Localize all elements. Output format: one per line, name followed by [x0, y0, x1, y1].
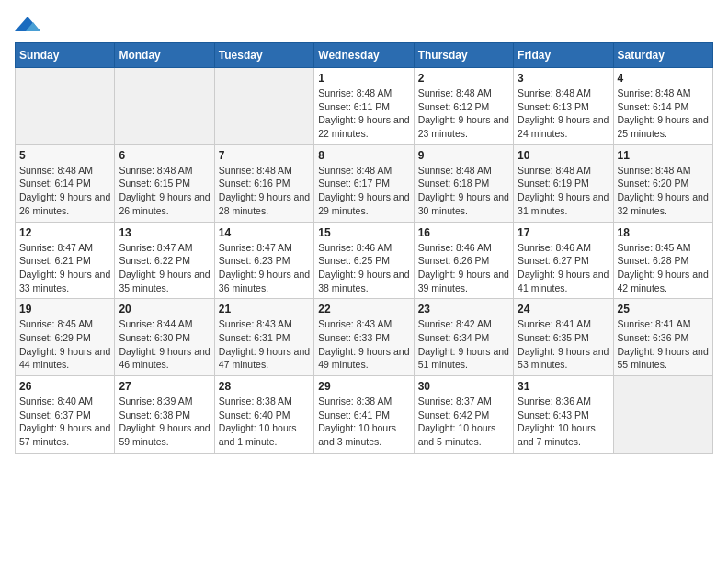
- day-number: 2: [418, 72, 509, 85]
- day-info: Sunrise: 8:48 AM Sunset: 6:19 PM Dayligh…: [518, 164, 609, 218]
- calendar-cell: 7 Sunrise: 8:48 AM Sunset: 6:16 PM Dayli…: [214, 144, 313, 222]
- day-info: Sunrise: 8:48 AM Sunset: 6:16 PM Dayligh…: [219, 164, 310, 218]
- day-info: Sunrise: 8:46 AM Sunset: 6:25 PM Dayligh…: [318, 241, 409, 295]
- calendar-cell: 15 Sunrise: 8:46 AM Sunset: 6:25 PM Dayl…: [314, 222, 414, 299]
- day-number: 13: [119, 226, 210, 239]
- day-info: Sunrise: 8:36 AM Sunset: 6:43 PM Dayligh…: [518, 395, 609, 449]
- day-number: 28: [219, 380, 310, 393]
- calendar-cell: 31 Sunrise: 8:36 AM Sunset: 6:43 PM Dayl…: [514, 376, 613, 454]
- weekday-header: Wednesday: [314, 43, 414, 68]
- day-number: 27: [119, 380, 210, 393]
- calendar-cell: 18 Sunrise: 8:45 AM Sunset: 6:28 PM Dayl…: [613, 222, 712, 299]
- calendar-week-row: 12 Sunrise: 8:47 AM Sunset: 6:21 PM Dayl…: [16, 222, 713, 299]
- day-info: Sunrise: 8:47 AM Sunset: 6:22 PM Dayligh…: [119, 241, 210, 295]
- calendar-week-row: 26 Sunrise: 8:40 AM Sunset: 6:37 PM Dayl…: [16, 376, 713, 454]
- day-info: Sunrise: 8:39 AM Sunset: 6:38 PM Dayligh…: [119, 395, 210, 449]
- day-number: 15: [318, 226, 409, 239]
- day-number: 30: [418, 380, 509, 393]
- day-info: Sunrise: 8:43 AM Sunset: 6:33 PM Dayligh…: [318, 317, 409, 372]
- day-number: 7: [219, 149, 310, 162]
- day-info: Sunrise: 8:41 AM Sunset: 6:35 PM Dayligh…: [518, 317, 609, 372]
- calendar-cell: 1 Sunrise: 8:48 AM Sunset: 6:11 PM Dayli…: [314, 68, 414, 145]
- calendar-cell: 12 Sunrise: 8:47 AM Sunset: 6:21 PM Dayl…: [16, 222, 115, 299]
- calendar-cell: 26 Sunrise: 8:40 AM Sunset: 6:37 PM Dayl…: [16, 376, 115, 454]
- day-number: 14: [219, 226, 310, 239]
- day-number: 6: [119, 149, 210, 162]
- day-info: Sunrise: 8:40 AM Sunset: 6:37 PM Dayligh…: [19, 395, 110, 449]
- day-info: Sunrise: 8:47 AM Sunset: 6:21 PM Dayligh…: [19, 241, 110, 295]
- day-info: Sunrise: 8:48 AM Sunset: 6:14 PM Dayligh…: [618, 86, 709, 141]
- calendar-cell: 25 Sunrise: 8:41 AM Sunset: 6:36 PM Dayl…: [613, 299, 712, 376]
- day-info: Sunrise: 8:38 AM Sunset: 6:40 PM Dayligh…: [219, 395, 310, 449]
- logo: [15, 15, 44, 35]
- calendar-week-row: 5 Sunrise: 8:48 AM Sunset: 6:14 PM Dayli…: [16, 144, 713, 222]
- weekday-header: Saturday: [613, 43, 712, 68]
- day-number: 3: [518, 72, 609, 85]
- day-number: 24: [518, 303, 609, 316]
- calendar-cell: [115, 68, 214, 145]
- calendar-cell: 8 Sunrise: 8:48 AM Sunset: 6:17 PM Dayli…: [314, 144, 414, 222]
- day-number: 5: [19, 149, 110, 162]
- calendar-cell: 28 Sunrise: 8:38 AM Sunset: 6:40 PM Dayl…: [214, 376, 313, 454]
- day-info: Sunrise: 8:48 AM Sunset: 6:20 PM Dayligh…: [618, 164, 709, 218]
- day-number: 21: [219, 303, 310, 316]
- day-number: 1: [318, 72, 409, 85]
- calendar-week-row: 1 Sunrise: 8:48 AM Sunset: 6:11 PM Dayli…: [16, 68, 713, 145]
- day-number: 19: [19, 303, 110, 316]
- day-info: Sunrise: 8:42 AM Sunset: 6:34 PM Dayligh…: [418, 317, 509, 372]
- weekday-header: Friday: [514, 43, 613, 68]
- day-number: 16: [418, 226, 509, 239]
- day-info: Sunrise: 8:48 AM Sunset: 6:15 PM Dayligh…: [119, 164, 210, 218]
- day-number: 11: [618, 149, 709, 162]
- calendar-cell: 6 Sunrise: 8:48 AM Sunset: 6:15 PM Dayli…: [115, 144, 214, 222]
- calendar-cell: 19 Sunrise: 8:45 AM Sunset: 6:29 PM Dayl…: [16, 299, 115, 376]
- calendar-cell: [16, 68, 115, 145]
- calendar-cell: 29 Sunrise: 8:38 AM Sunset: 6:41 PM Dayl…: [314, 376, 414, 454]
- calendar-cell: 27 Sunrise: 8:39 AM Sunset: 6:38 PM Dayl…: [115, 376, 214, 454]
- day-number: 17: [518, 226, 609, 239]
- day-number: 20: [119, 303, 210, 316]
- calendar-cell: 10 Sunrise: 8:48 AM Sunset: 6:19 PM Dayl…: [514, 144, 613, 222]
- weekday-header: Monday: [115, 43, 214, 68]
- day-info: Sunrise: 8:48 AM Sunset: 6:14 PM Dayligh…: [19, 164, 110, 218]
- day-number: 12: [19, 226, 110, 239]
- calendar-cell: 21 Sunrise: 8:43 AM Sunset: 6:31 PM Dayl…: [214, 299, 313, 376]
- calendar-cell: 20 Sunrise: 8:44 AM Sunset: 6:30 PM Dayl…: [115, 299, 214, 376]
- day-info: Sunrise: 8:46 AM Sunset: 6:26 PM Dayligh…: [418, 241, 509, 295]
- day-number: 10: [518, 149, 609, 162]
- calendar-cell: 17 Sunrise: 8:46 AM Sunset: 6:27 PM Dayl…: [514, 222, 613, 299]
- day-info: Sunrise: 8:48 AM Sunset: 6:17 PM Dayligh…: [318, 164, 409, 218]
- calendar-header: SundayMondayTuesdayWednesdayThursdayFrid…: [16, 43, 713, 68]
- weekday-header: Thursday: [414, 43, 513, 68]
- day-info: Sunrise: 8:48 AM Sunset: 6:12 PM Dayligh…: [418, 86, 509, 141]
- calendar-cell: 13 Sunrise: 8:47 AM Sunset: 6:22 PM Dayl…: [115, 222, 214, 299]
- calendar-cell: 23 Sunrise: 8:42 AM Sunset: 6:34 PM Dayl…: [414, 299, 513, 376]
- day-number: 22: [318, 303, 409, 316]
- calendar-cell: 11 Sunrise: 8:48 AM Sunset: 6:20 PM Dayl…: [613, 144, 712, 222]
- calendar-week-row: 19 Sunrise: 8:45 AM Sunset: 6:29 PM Dayl…: [16, 299, 713, 376]
- day-info: Sunrise: 8:37 AM Sunset: 6:42 PM Dayligh…: [418, 395, 509, 449]
- day-info: Sunrise: 8:45 AM Sunset: 6:28 PM Dayligh…: [618, 241, 709, 295]
- calendar-cell: 24 Sunrise: 8:41 AM Sunset: 6:35 PM Dayl…: [514, 299, 613, 376]
- calendar-cell: 4 Sunrise: 8:48 AM Sunset: 6:14 PM Dayli…: [613, 68, 712, 145]
- calendar-cell: 3 Sunrise: 8:48 AM Sunset: 6:13 PM Dayli…: [514, 68, 613, 145]
- day-number: 8: [318, 149, 409, 162]
- weekday-header: Sunday: [16, 43, 115, 68]
- day-info: Sunrise: 8:38 AM Sunset: 6:41 PM Dayligh…: [318, 395, 409, 449]
- day-info: Sunrise: 8:44 AM Sunset: 6:30 PM Dayligh…: [119, 317, 210, 372]
- weekday-header: Tuesday: [214, 43, 313, 68]
- day-number: 29: [318, 380, 409, 393]
- day-info: Sunrise: 8:48 AM Sunset: 6:18 PM Dayligh…: [418, 164, 509, 218]
- day-number: 26: [19, 380, 110, 393]
- day-info: Sunrise: 8:48 AM Sunset: 6:11 PM Dayligh…: [318, 86, 409, 141]
- day-number: 9: [418, 149, 509, 162]
- day-info: Sunrise: 8:45 AM Sunset: 6:29 PM Dayligh…: [19, 317, 110, 372]
- calendar-cell: [613, 376, 712, 454]
- day-info: Sunrise: 8:41 AM Sunset: 6:36 PM Dayligh…: [618, 317, 709, 372]
- day-number: 4: [618, 72, 709, 85]
- day-info: Sunrise: 8:46 AM Sunset: 6:27 PM Dayligh…: [518, 241, 609, 295]
- day-number: 25: [618, 303, 709, 316]
- day-number: 23: [418, 303, 509, 316]
- calendar-cell: 14 Sunrise: 8:47 AM Sunset: 6:23 PM Dayl…: [214, 222, 313, 299]
- calendar-table: SundayMondayTuesdayWednesdayThursdayFrid…: [15, 42, 713, 454]
